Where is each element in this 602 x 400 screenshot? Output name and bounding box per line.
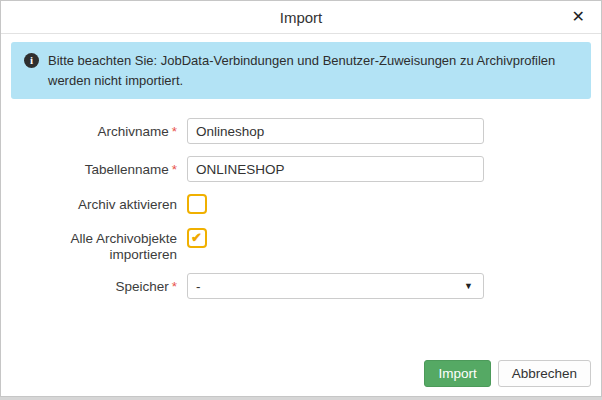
tabellenname-input[interactable] — [187, 156, 484, 182]
required-marker: * — [172, 124, 177, 139]
speicher-select-value: - — [196, 279, 201, 294]
required-marker: * — [172, 279, 177, 294]
import-dialog: Import ✕ i Bitte beachten Sie: JobData-V… — [0, 0, 602, 397]
field-row-speicher: Speicher* - ▼ — [1, 273, 601, 299]
archiv-aktivieren-label: Archiv aktivieren — [1, 194, 187, 218]
close-button[interactable]: ✕ — [566, 5, 591, 29]
speicher-select[interactable]: - ▼ — [187, 273, 484, 299]
field-row-archivname: Archivname* — [1, 118, 601, 144]
dialog-header: Import ✕ — [1, 1, 601, 34]
required-marker: * — [172, 162, 177, 177]
dialog-title: Import — [280, 9, 323, 26]
info-banner-text: Bitte beachten Sie: JobData-Verbindungen… — [48, 53, 555, 88]
speicher-label: Speicher* — [1, 273, 187, 299]
import-form: Archivname* Tabellenname* Archiv aktivie… — [1, 118, 601, 299]
dialog-footer: Import Abbrechen — [424, 360, 591, 387]
field-row-alle-archivobjekte: Alle Archivobjekte importieren — [1, 228, 601, 263]
import-button[interactable]: Import — [424, 360, 490, 387]
info-banner: i Bitte beachten Sie: JobData-Verbindung… — [11, 42, 591, 99]
alle-archivobjekte-label: Alle Archivobjekte importieren — [1, 228, 187, 263]
cancel-button[interactable]: Abbrechen — [498, 360, 591, 387]
alle-archivobjekte-checkbox[interactable] — [187, 228, 207, 248]
tabellenname-label: Tabellenname* — [1, 156, 187, 182]
close-icon: ✕ — [572, 8, 585, 25]
info-icon: i — [24, 53, 39, 68]
archivname-input[interactable] — [187, 118, 484, 144]
archivname-label: Archivname* — [1, 118, 187, 144]
field-row-archiv-aktivieren: Archiv aktivieren — [1, 194, 601, 218]
field-row-tabellenname: Tabellenname* — [1, 156, 601, 182]
dropdown-arrow-icon: ▼ — [464, 281, 473, 291]
archiv-aktivieren-checkbox[interactable] — [187, 194, 207, 214]
